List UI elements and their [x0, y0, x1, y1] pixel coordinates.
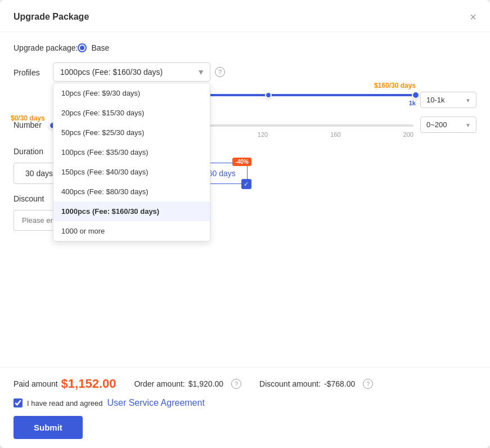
duration-360-discount: -40% [232, 158, 251, 166]
order-label: Order amount: [134, 379, 185, 388]
agreement-link[interactable]: User Service Agreement [107, 398, 204, 408]
agreement-text: I have read and agreed [27, 399, 102, 407]
paid-amount-group: Paid amount $1,152.00 [14, 377, 116, 391]
radio-group: Base [78, 43, 109, 52]
base-radio-label: Base [91, 43, 109, 52]
order-value: $1,920.00 [188, 379, 223, 388]
option-400pcs[interactable]: 400pcs (Fee: $80/30 days) [53, 182, 210, 201]
profiles-dropdown-wrapper: 1000pcs (Fee: $160/30 days) ▼ 10pcs (Fee… [53, 62, 210, 82]
discount-amount-group: Discount amount: -$768.00 ? [259, 379, 373, 389]
discount-amount-label: Discount amount: [259, 379, 321, 388]
profiles-range-select[interactable]: 10-1k [420, 92, 476, 108]
profiles-dropdown-menu: 10pcs (Fee: $9/30 days) 20pcs (Fee: $15/… [53, 83, 210, 241]
profiles-select-wrapper: 1000pcs (Fee: $160/30 days) ▼ [53, 62, 210, 82]
order-amount-group: Order amount: $1,920.00 ? [134, 379, 241, 389]
profiles-range-select-wrapper: 10-1k ▼ [420, 92, 476, 108]
tick-200: 200 [403, 131, 413, 138]
number-range-select-wrapper: 0~200 ▼ [420, 117, 476, 133]
profiles-dropdown-arrow: ▼ [197, 68, 205, 77]
tick-1k: 1k [409, 100, 416, 106]
tick-120: 120 [258, 131, 268, 138]
modal-body: Upgrade package: Base Profiles 1000pcs (… [0, 32, 490, 367]
discount-amount-value: -$768.00 [324, 379, 355, 388]
paid-label: Paid amount [14, 379, 58, 388]
agreement-checkbox[interactable] [14, 398, 23, 407]
discount-help-icon[interactable]: ? [363, 379, 373, 389]
profiles-select-value: 1000pcs (Fee: $160/30 days) [60, 68, 163, 77]
submit-button[interactable]: Submit [14, 416, 83, 439]
profiles-thumb-end[interactable] [412, 91, 420, 99]
profiles-thumb-mid[interactable] [265, 92, 272, 98]
profiles-help-icon[interactable]: ? [215, 67, 225, 77]
option-100pcs[interactable]: 100pcs (Fee: $35/30 days) [53, 142, 210, 162]
upgrade-modal: Upgrade Package × Upgrade package: Base … [0, 0, 490, 448]
option-1000pcs[interactable]: 1000pcs (Fee: $160/30 days) [53, 201, 210, 221]
duration-360-check: ✓ [241, 179, 251, 189]
option-1000-more[interactable]: 1000 or more [53, 221, 210, 241]
modal-title: Upgrade Package [14, 12, 89, 22]
profiles-label: Profiles [14, 68, 53, 77]
modal-header: Upgrade Package × [0, 0, 490, 32]
option-10pcs[interactable]: 10pcs (Fee: $9/30 days) [53, 83, 210, 103]
profiles-row: Profiles 1000pcs (Fee: $160/30 days) ▼ 1… [14, 62, 476, 82]
modal-footer: Paid amount $1,152.00 Order amount: $1,9… [0, 367, 490, 448]
number-range-select[interactable]: 0~200 [420, 117, 476, 133]
order-help-icon[interactable]: ? [231, 379, 241, 389]
option-20pcs[interactable]: 20pcs (Fee: $15/30 days) [53, 103, 210, 123]
close-button[interactable]: × [470, 11, 476, 23]
upgrade-package-label: Upgrade package: [14, 43, 78, 52]
upgrade-package-row: Upgrade package: Base [14, 43, 476, 52]
tick-160: 160 [330, 131, 340, 138]
footer-amounts: Paid amount $1,152.00 Order amount: $1,9… [14, 377, 476, 391]
profiles-price-badge: $160/30 days [374, 82, 416, 89]
agreement-row: I have read and agreed User Service Agre… [14, 398, 476, 408]
profiles-select[interactable]: 1000pcs (Fee: $160/30 days) ▼ [53, 62, 210, 82]
paid-value: $1,152.00 [61, 377, 116, 391]
base-radio[interactable] [78, 43, 87, 52]
number-price-badge: $0/30 days [11, 114, 45, 122]
option-50pcs[interactable]: 50pcs (Fee: $25/30 days) [53, 123, 210, 142]
option-150pcs[interactable]: 150pcs (Fee: $40/30 days) [53, 162, 210, 182]
